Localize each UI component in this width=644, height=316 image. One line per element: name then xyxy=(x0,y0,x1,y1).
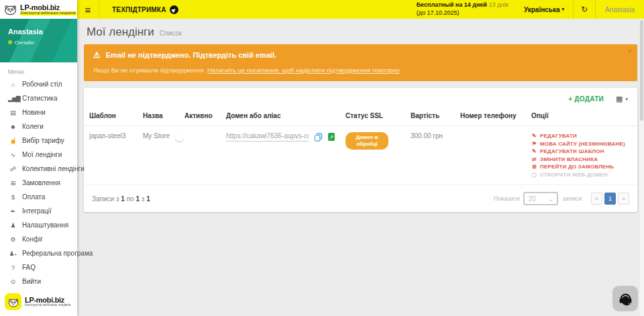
integrations-icon: ✒ xyxy=(8,208,17,215)
close-icon[interactable]: × xyxy=(628,47,632,55)
sidebar-item[interactable]: ☝ Вибір тарифу xyxy=(0,134,77,148)
chevron-down-icon: ▾ xyxy=(625,97,628,102)
refresh-icon[interactable]: ↻ xyxy=(573,0,595,19)
sidebar-menu: ⌂ Робочий стіл ▂▅▇ Статистика ▤ Новини ☻… xyxy=(0,77,77,288)
copy-icon[interactable] xyxy=(314,133,323,142)
topbar: ≡ ТЕХПІДТРИМКА ▶ Бесплатный на 14 дней 1… xyxy=(77,0,644,19)
option-link[interactable]: ⚑ МОВА САЙТУ (НЕЗМІНЮВАНЕ) xyxy=(531,140,632,148)
sidebar-item[interactable]: ⊙ Вийти xyxy=(0,274,77,288)
hamburger-menu-icon[interactable]: ≡ xyxy=(77,0,99,19)
domain-input[interactable]: https://cakawi7636-aupvs-com-42 xyxy=(226,132,309,142)
payment-icon: $ xyxy=(8,194,17,201)
page-header: Мої лендінги Список xyxy=(77,19,644,44)
column-header: Шаблон xyxy=(84,106,138,126)
option-link[interactable]: ⊞ ПЕРЕЙТИ ДО ЗАМОВЛЕНЬ xyxy=(531,163,632,171)
grid-icon: ▦ xyxy=(616,95,623,103)
option-link[interactable]: ✎ РЕДАГУВАТИ ШАБЛОН xyxy=(531,148,632,156)
option-link[interactable]: ⇄ ЗМІНИТИ ВЛАСНИКА xyxy=(531,156,632,164)
add-button[interactable]: + ДОДАТИ xyxy=(568,95,604,103)
table-row: japan-steel3 My Store https://cakawi7636… xyxy=(84,126,637,185)
sidebar-item[interactable]: ⚙ Конфіг xyxy=(0,232,77,246)
sidebar-item[interactable]: ✒ Інтеграції xyxy=(0,204,77,218)
main-content: Мої лендінги Список ⚠ Email не підтвердж… xyxy=(77,19,644,316)
next-page-button[interactable]: » xyxy=(618,193,629,205)
cell-template: japan-steel3 xyxy=(84,126,138,185)
topbar-username[interactable]: Anastasia xyxy=(595,0,644,19)
menu-section-label: Меню xyxy=(0,62,77,77)
sidebar-item-label: Реферальна програма xyxy=(22,250,93,257)
user-panel: Anastasia Онлайн xyxy=(0,19,77,62)
cell-name: My Store xyxy=(138,126,179,185)
column-header: Номер телефону xyxy=(455,106,526,126)
desktop-icon: ⌂ xyxy=(8,81,17,88)
per-page-select[interactable]: 20 ⌄ xyxy=(523,192,558,205)
records-info: Записи з 1 по 1 з 1 xyxy=(92,195,150,203)
column-header: Вартість xyxy=(405,106,455,126)
option-label: ЗМІНИТИ ВЛАСНИКА xyxy=(540,156,598,164)
sidebar-item[interactable]: ∿ Мої лендінги xyxy=(0,148,77,162)
sidebar-item-label: Налаштування xyxy=(22,221,68,229)
banner-title: Email не підтверджено. Підтвердіть свій … xyxy=(106,51,276,59)
sidebar-item[interactable]: ⌂ Робочий стіл xyxy=(0,77,77,91)
support-chat-button[interactable] xyxy=(612,286,638,311)
sidebar-item-label: Замовлення xyxy=(22,179,60,187)
columns-toggle-button[interactable]: ▦ ▾ xyxy=(616,95,628,103)
sidebar-item[interactable]: ☍ Колективні лендінги xyxy=(0,162,77,176)
edit-template-icon: ✎ xyxy=(531,148,537,156)
records-word: записи xyxy=(562,195,582,202)
option-link[interactable]: ✎ РЕДАГУВАТИ xyxy=(531,132,632,140)
referral-icon: ♟₊ xyxy=(8,250,17,257)
user-name: Anastasia xyxy=(8,28,69,36)
pager: « 1 » xyxy=(591,193,629,205)
config-icon: ⚙ xyxy=(8,236,17,243)
tech-support-link[interactable]: ТЕХПІДТРИМКА ▶ xyxy=(99,0,191,19)
sidebar-item[interactable]: ⊞ Замовлення xyxy=(0,176,77,190)
column-header: Домен або аліас xyxy=(221,106,340,126)
tech-support-label: ТЕХПІДТРИМКА xyxy=(112,6,166,13)
prev-page-button[interactable]: « xyxy=(591,193,602,205)
sidebar-item-label: FAQ xyxy=(22,264,36,271)
online-label: Онлайн xyxy=(15,40,34,46)
tariff-icon: ☝ xyxy=(8,138,17,144)
colleagues-icon: ☻ xyxy=(8,123,17,130)
language-selector[interactable]: Українська ▾ xyxy=(515,0,573,19)
pagination-controls: Показати 20 ⌄ записи « 1 » xyxy=(494,192,629,205)
sidebar-item-label: Робочий стіл xyxy=(22,81,62,88)
settings-icon: ♟ xyxy=(8,222,17,229)
option-label: РЕДАГУВАТИ ШАБЛОН xyxy=(540,148,604,156)
email-warning-banner: ⚠ Email не підтверджено. Підтвердіть сві… xyxy=(84,44,637,81)
card-toolbar: + ДОДАТИ ▦ ▾ xyxy=(84,88,637,106)
statistics-icon: ▂▅▇ xyxy=(8,95,17,102)
sidebar-item[interactable]: ? FAQ xyxy=(0,260,77,274)
create-web-domain-icon: ▢ xyxy=(531,171,537,179)
edit-icon: ✎ xyxy=(531,132,537,140)
column-header: Опції xyxy=(526,106,637,126)
landings-table: ШаблонНазваАктивноДомен або аліасСтатус … xyxy=(84,106,637,185)
sidebar-item[interactable]: $ Оплата xyxy=(0,190,77,204)
table-header-row: ШаблонНазваАктивноДомен або аліасСтатус … xyxy=(84,106,637,126)
sidebar-item[interactable]: ▂▅▇ Статистика xyxy=(0,91,77,105)
my-landings-icon: ∿ xyxy=(8,152,17,158)
sidebar-item[interactable]: ☻ Колеги xyxy=(0,119,77,134)
sidebar-item-label: Новини xyxy=(22,109,46,116)
warning-icon: ⚠ xyxy=(93,50,101,60)
domain-cell: https://cakawi7636-aupvs-com-42 ↗ xyxy=(226,132,335,142)
dog-logo-icon xyxy=(3,2,17,16)
scrollbar-track[interactable] xyxy=(639,19,644,316)
sidebar-item[interactable]: ▤ Новини xyxy=(0,105,77,119)
option-label: МОВА САЙТУ (НЕЗМІНЮВАНЕ) xyxy=(540,140,625,148)
column-header: Назва xyxy=(138,106,179,126)
row-options: ✎ РЕДАГУВАТИ ⚑ МОВА САЙТУ (НЕЗМІНЮВАНЕ) xyxy=(531,132,632,178)
sidebar-item-label: Оплата xyxy=(22,193,45,201)
open-site-icon[interactable]: ↗ xyxy=(328,133,335,141)
sidebar-item-label: Статистика xyxy=(22,95,58,102)
resend-confirmation-link[interactable]: Натисніть це посилання, щоб надіслати пі… xyxy=(207,66,400,74)
page-1-button[interactable]: 1 xyxy=(604,193,616,205)
trial-until: (до 17.10.2025) xyxy=(417,9,508,17)
dog-logo-badge xyxy=(5,293,21,310)
sidebar-item-label: Інтеграції xyxy=(22,207,52,215)
sidebar-item[interactable]: ♟₊ Реферальна програма xyxy=(0,246,77,260)
sidebar-logo: LP-mobi.biz Конструктор мобильных лендин… xyxy=(0,0,77,19)
sidebar-item[interactable]: ♟ Налаштування xyxy=(0,218,77,232)
scrollbar-thumb[interactable] xyxy=(640,20,643,121)
